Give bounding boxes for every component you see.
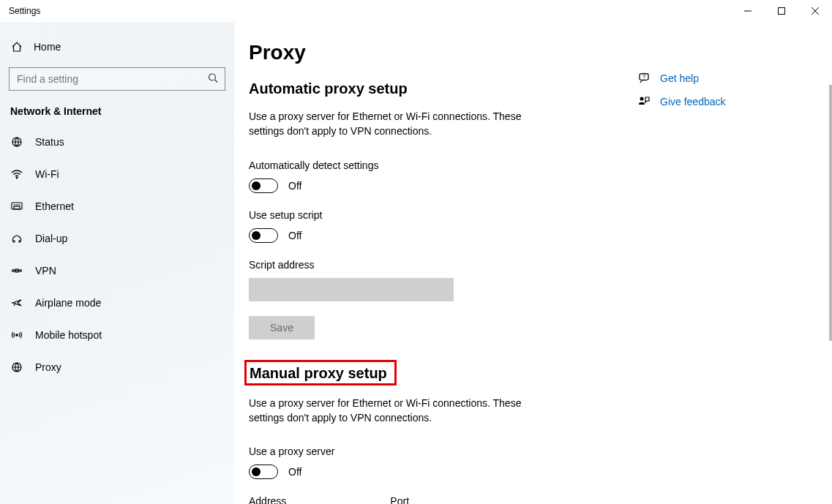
sidebar-item-label: Wi-Fi	[35, 168, 59, 180]
svg-point-16	[20, 270, 22, 272]
sidebar-item-label: Ethernet	[35, 200, 74, 212]
sidebar-item-label: VPN	[35, 265, 56, 277]
ethernet-icon	[10, 200, 23, 212]
sidebar: Home Network & Internet Status Wi-Fi	[0, 22, 234, 504]
home-icon	[10, 41, 23, 53]
auto-proxy-heading: Automatic proxy setup	[249, 80, 615, 97]
sidebar-item-proxy[interactable]: Proxy	[0, 351, 234, 383]
svg-rect-1	[779, 8, 785, 15]
svg-point-7	[16, 177, 18, 178]
vpn-icon	[10, 265, 23, 277]
use-script-toggle[interactable]	[249, 228, 278, 243]
use-script-label: Use setup script	[249, 209, 615, 221]
sidebar-item-hotspot[interactable]: Mobile hotspot	[0, 319, 234, 351]
manual-proxy-heading: Manual proxy setup	[250, 365, 387, 382]
sidebar-item-dialup[interactable]: Dial-up	[0, 222, 234, 255]
manual-proxy-highlight: Manual proxy setup	[244, 360, 397, 385]
sidebar-home[interactable]: Home	[0, 35, 234, 59]
svg-point-14	[19, 241, 20, 242]
auto-proxy-desc: Use a proxy server for Ethernet or Wi-Fi…	[249, 109, 556, 139]
search-input[interactable]	[9, 67, 225, 91]
use-proxy-state: Off	[288, 466, 301, 478]
sidebar-item-wifi[interactable]: Wi-Fi	[0, 158, 234, 190]
wifi-icon	[10, 168, 23, 180]
get-help-link[interactable]: ? Get help	[637, 72, 726, 85]
port-label: Port	[390, 495, 409, 504]
svg-point-15	[12, 270, 15, 272]
svg-point-19	[16, 334, 18, 336]
help-icon: ?	[637, 72, 651, 85]
svg-point-22	[640, 97, 644, 101]
sidebar-item-label: Proxy	[35, 361, 61, 373]
window-title: Settings	[9, 6, 40, 16]
script-address-input[interactable]	[249, 278, 454, 301]
script-address-label: Script address	[249, 259, 615, 271]
hotspot-icon	[10, 329, 23, 341]
sidebar-item-label: Airplane mode	[35, 297, 101, 309]
close-button[interactable]	[798, 0, 832, 22]
sidebar-item-ethernet[interactable]: Ethernet	[0, 190, 234, 222]
save-button[interactable]: Save	[249, 316, 315, 339]
auto-detect-state: Off	[288, 180, 301, 192]
sidebar-item-vpn[interactable]: VPN	[0, 255, 234, 287]
address-label: Address	[249, 495, 286, 504]
sidebar-home-label: Home	[34, 41, 61, 53]
maximize-button[interactable]	[765, 0, 798, 22]
sidebar-category-title: Network & Internet	[0, 91, 234, 126]
use-script-state: Off	[288, 230, 301, 241]
minimize-button[interactable]	[731, 0, 765, 22]
globe-icon	[10, 361, 23, 373]
give-feedback-link[interactable]: Give feedback	[637, 95, 726, 108]
dialup-icon	[10, 233, 23, 244]
search-icon	[208, 73, 218, 86]
sidebar-item-status[interactable]: Status	[0, 126, 234, 158]
manual-proxy-desc: Use a proxy server for Ethernet or Wi-Fi…	[249, 396, 556, 426]
use-proxy-toggle[interactable]	[249, 464, 278, 479]
svg-text:?: ?	[642, 73, 646, 80]
page-title: Proxy	[249, 41, 615, 64]
svg-rect-9	[14, 206, 20, 209]
sidebar-item-label: Mobile hotspot	[35, 329, 102, 341]
titlebar: Settings	[0, 0, 832, 22]
status-icon	[10, 136, 23, 148]
svg-point-13	[13, 241, 15, 242]
svg-point-4	[209, 74, 216, 80]
scrollbar[interactable]	[829, 44, 832, 504]
svg-line-5	[215, 80, 218, 83]
help-links: ? Get help Give feedback	[629, 37, 726, 504]
sidebar-item-airplane[interactable]: Airplane mode	[0, 287, 234, 319]
airplane-icon	[10, 297, 23, 309]
auto-detect-label: Automatically detect settings	[249, 159, 615, 171]
main-content: Proxy Automatic proxy setup Use a proxy …	[234, 22, 832, 504]
sidebar-item-label: Status	[35, 136, 64, 148]
give-feedback-label: Give feedback	[660, 96, 726, 108]
auto-detect-toggle[interactable]	[249, 178, 278, 193]
get-help-label: Get help	[660, 72, 699, 84]
use-proxy-label: Use a proxy server	[249, 445, 615, 457]
sidebar-item-label: Dial-up	[35, 233, 67, 244]
feedback-icon	[637, 95, 651, 108]
